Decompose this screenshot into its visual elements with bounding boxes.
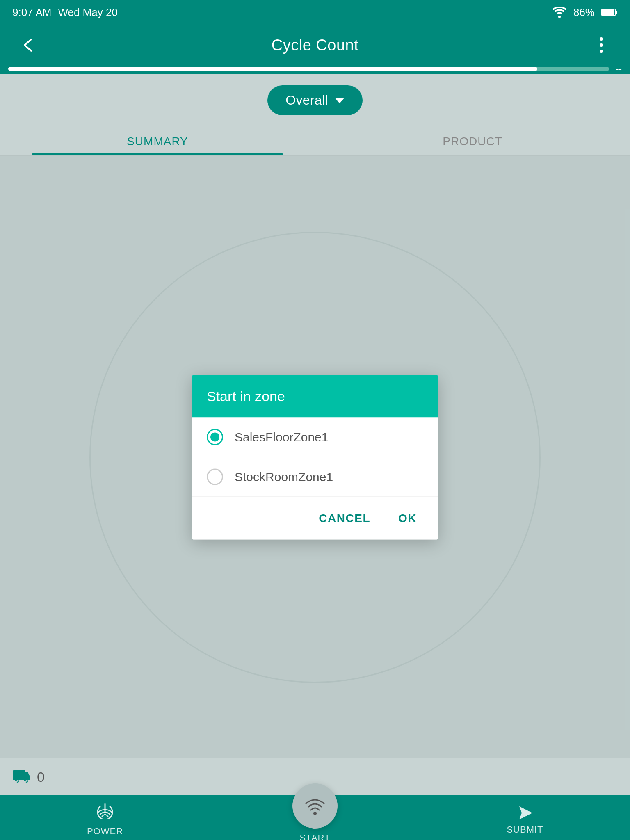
tabs-container: SUMMARY PRODUCT [0,123,630,156]
radio-label-1: SalesFloorZone1 [235,430,328,444]
battery-level: 86% [573,6,595,19]
overall-container: Overall [0,74,630,123]
tab-product[interactable]: PRODUCT [315,123,630,155]
back-button[interactable] [16,33,41,57]
dialog-actions: CANCEL OK [192,497,438,540]
cancel-button[interactable]: CANCEL [309,505,380,532]
battery-status-icon [601,8,618,17]
nav-item-submit[interactable]: SUBMIT [420,805,630,835]
nav-item-power[interactable]: POWER [0,803,210,837]
nav-submit-label: SUBMIT [507,824,543,835]
status-time: 9:07 AM [12,6,51,19]
start-wifi-icon [304,797,326,815]
wifi-status-icon [552,7,567,18]
top-bar: Cycle Count [0,25,630,66]
progress-fill [8,67,537,71]
radio-circle-1 [207,429,223,445]
dot1 [600,37,603,41]
bottom-nav: POWER START SUBMIT [0,795,630,840]
power-waves-icon [97,806,113,823]
tab-summary[interactable]: SUMMARY [0,123,315,155]
status-date: Wed May 20 [58,6,117,19]
dialog-body: SalesFloorZone1 StockRoomZone1 [192,418,438,497]
more-button[interactable] [589,33,614,57]
progress-track [8,67,609,71]
main-content: Start in zone SalesFloorZone1 StockRoomZ… [0,156,630,758]
radio-option-stock-room[interactable]: StockRoomZone1 [192,457,438,497]
chevron-down-icon [335,98,345,103]
radio-circle-2 [207,469,223,485]
ok-button[interactable]: OK [388,505,427,532]
start-circle [292,783,338,829]
dialog-header: Start in zone [192,375,438,418]
dot2 [600,43,603,47]
status-bar: 9:07 AM Wed May 20 86% [0,0,630,25]
svg-point-4 [313,812,317,815]
svg-rect-1 [602,9,614,15]
svg-rect-2 [615,11,617,14]
radio-option-sales-floor[interactable]: SalesFloorZone1 [192,418,438,457]
page-title: Cycle Count [272,37,358,54]
truck-icon [12,769,30,785]
dialog-title: Start in zone [207,388,285,404]
item-count: 0 [37,769,45,785]
start-label: START [299,833,330,840]
radio-label-2: StockRoomZone1 [235,470,333,484]
overall-label: Overall [285,93,328,108]
zone-dialog: Start in zone SalesFloorZone1 StockRoomZ… [192,375,438,540]
submit-icon [517,805,533,821]
progress-bar-container: -- [0,66,630,74]
radio-inner-1 [210,433,219,442]
nav-item-start[interactable]: START [210,792,420,840]
overall-dropdown[interactable]: Overall [267,85,362,115]
nav-power-label: POWER [87,826,123,837]
svg-marker-5 [519,806,532,819]
dot3 [600,50,603,53]
progress-label: -- [616,64,622,74]
